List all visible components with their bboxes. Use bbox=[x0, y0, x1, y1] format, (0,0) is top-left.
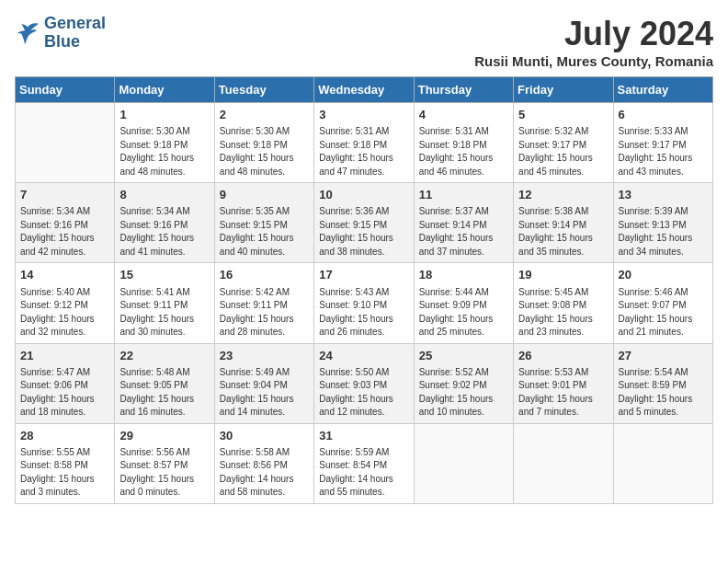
day-info: Sunrise: 5:34 AM Sunset: 9:16 PM Dayligh… bbox=[119, 205, 209, 259]
calendar-cell: 9Sunrise: 5:35 AM Sunset: 9:15 PM Daylig… bbox=[214, 183, 313, 263]
day-number: 22 bbox=[119, 348, 209, 364]
day-info: Sunrise: 5:54 AM Sunset: 8:59 PM Dayligh… bbox=[619, 366, 708, 419]
day-number: 19 bbox=[518, 267, 608, 283]
calendar-cell bbox=[613, 423, 712, 503]
day-info: Sunrise: 5:50 AM Sunset: 9:03 PM Dayligh… bbox=[319, 366, 408, 419]
page-header: General Blue July 2024 Rusii Munti, Mure… bbox=[15, 15, 713, 69]
day-info: Sunrise: 5:39 AM Sunset: 9:13 PM Dayligh… bbox=[619, 205, 708, 259]
day-info: Sunrise: 5:48 AM Sunset: 9:05 PM Dayligh… bbox=[119, 366, 209, 419]
calendar-cell: 22Sunrise: 5:48 AM Sunset: 9:05 PM Dayli… bbox=[115, 343, 214, 423]
day-number: 7 bbox=[20, 187, 109, 203]
calendar-cell: 11Sunrise: 5:37 AM Sunset: 9:14 PM Dayli… bbox=[414, 183, 513, 263]
month-year-title: July 2024 bbox=[474, 15, 713, 53]
calendar-cell: 3Sunrise: 5:31 AM Sunset: 9:18 PM Daylig… bbox=[314, 103, 414, 183]
logo-icon bbox=[15, 20, 40, 46]
weekday-header-saturday: Saturday bbox=[613, 77, 712, 103]
calendar-cell: 2Sunrise: 5:30 AM Sunset: 9:18 PM Daylig… bbox=[214, 103, 313, 183]
day-number: 21 bbox=[20, 348, 109, 364]
calendar-cell: 5Sunrise: 5:32 AM Sunset: 9:17 PM Daylig… bbox=[514, 103, 613, 183]
calendar-cell bbox=[16, 103, 115, 183]
day-info: Sunrise: 5:58 AM Sunset: 8:56 PM Dayligh… bbox=[220, 446, 309, 500]
day-number: 23 bbox=[220, 348, 309, 364]
calendar-week-row: 28Sunrise: 5:55 AM Sunset: 8:58 PM Dayli… bbox=[16, 423, 713, 503]
day-number: 30 bbox=[220, 428, 309, 444]
calendar-cell: 17Sunrise: 5:43 AM Sunset: 9:10 PM Dayli… bbox=[314, 263, 414, 343]
location-subtitle: Rusii Munti, Mures County, Romania bbox=[474, 53, 713, 69]
day-number: 4 bbox=[419, 107, 508, 123]
calendar-cell: 28Sunrise: 5:55 AM Sunset: 8:58 PM Dayli… bbox=[16, 423, 115, 503]
logo: General Blue bbox=[15, 15, 106, 52]
calendar-cell: 15Sunrise: 5:41 AM Sunset: 9:11 PM Dayli… bbox=[115, 263, 214, 343]
calendar-cell: 29Sunrise: 5:56 AM Sunset: 8:57 PM Dayli… bbox=[115, 423, 214, 503]
day-number: 29 bbox=[119, 428, 209, 444]
day-info: Sunrise: 5:37 AM Sunset: 9:14 PM Dayligh… bbox=[419, 205, 508, 259]
day-info: Sunrise: 5:35 AM Sunset: 9:15 PM Dayligh… bbox=[220, 205, 309, 259]
calendar-cell: 20Sunrise: 5:46 AM Sunset: 9:07 PM Dayli… bbox=[613, 263, 712, 343]
calendar-cell bbox=[514, 423, 613, 503]
calendar-week-row: 7Sunrise: 5:34 AM Sunset: 9:16 PM Daylig… bbox=[16, 183, 713, 263]
calendar-cell: 4Sunrise: 5:31 AM Sunset: 9:18 PM Daylig… bbox=[414, 103, 513, 183]
day-info: Sunrise: 5:53 AM Sunset: 9:01 PM Dayligh… bbox=[518, 366, 608, 419]
day-number: 24 bbox=[319, 348, 408, 364]
calendar-week-row: 21Sunrise: 5:47 AM Sunset: 9:06 PM Dayli… bbox=[16, 343, 713, 423]
calendar-cell: 12Sunrise: 5:38 AM Sunset: 9:14 PM Dayli… bbox=[514, 183, 613, 263]
calendar-cell: 13Sunrise: 5:39 AM Sunset: 9:13 PM Dayli… bbox=[613, 183, 712, 263]
day-number: 12 bbox=[518, 187, 608, 203]
day-info: Sunrise: 5:47 AM Sunset: 9:06 PM Dayligh… bbox=[20, 366, 109, 419]
weekday-header-sunday: Sunday bbox=[16, 77, 115, 103]
calendar-cell: 6Sunrise: 5:33 AM Sunset: 9:17 PM Daylig… bbox=[613, 103, 712, 183]
calendar-cell: 1Sunrise: 5:30 AM Sunset: 9:18 PM Daylig… bbox=[115, 103, 214, 183]
day-number: 2 bbox=[220, 107, 309, 123]
day-info: Sunrise: 5:31 AM Sunset: 9:18 PM Dayligh… bbox=[319, 125, 408, 178]
day-number: 15 bbox=[119, 267, 209, 283]
day-info: Sunrise: 5:45 AM Sunset: 9:08 PM Dayligh… bbox=[518, 286, 608, 339]
day-info: Sunrise: 5:30 AM Sunset: 9:18 PM Dayligh… bbox=[220, 125, 309, 178]
weekday-header-wednesday: Wednesday bbox=[314, 77, 414, 103]
calendar-week-row: 14Sunrise: 5:40 AM Sunset: 9:12 PM Dayli… bbox=[16, 263, 713, 343]
calendar-cell: 18Sunrise: 5:44 AM Sunset: 9:09 PM Dayli… bbox=[414, 263, 513, 343]
calendar-cell: 25Sunrise: 5:52 AM Sunset: 9:02 PM Dayli… bbox=[414, 343, 513, 423]
calendar-cell bbox=[414, 423, 513, 503]
day-number: 31 bbox=[319, 428, 408, 444]
day-number: 1 bbox=[119, 107, 209, 123]
day-info: Sunrise: 5:52 AM Sunset: 9:02 PM Dayligh… bbox=[419, 366, 508, 419]
weekday-header-tuesday: Tuesday bbox=[214, 77, 313, 103]
calendar-cell: 7Sunrise: 5:34 AM Sunset: 9:16 PM Daylig… bbox=[16, 183, 115, 263]
day-info: Sunrise: 5:33 AM Sunset: 9:17 PM Dayligh… bbox=[619, 125, 708, 178]
calendar-cell: 27Sunrise: 5:54 AM Sunset: 8:59 PM Dayli… bbox=[613, 343, 712, 423]
calendar-cell: 23Sunrise: 5:49 AM Sunset: 9:04 PM Dayli… bbox=[214, 343, 313, 423]
day-number: 8 bbox=[119, 187, 209, 203]
day-number: 5 bbox=[518, 107, 608, 123]
day-info: Sunrise: 5:49 AM Sunset: 9:04 PM Dayligh… bbox=[220, 366, 309, 419]
day-info: Sunrise: 5:59 AM Sunset: 8:54 PM Dayligh… bbox=[319, 446, 408, 500]
calendar-cell: 26Sunrise: 5:53 AM Sunset: 9:01 PM Dayli… bbox=[514, 343, 613, 423]
calendar-cell: 8Sunrise: 5:34 AM Sunset: 9:16 PM Daylig… bbox=[115, 183, 214, 263]
logo-text: General Blue bbox=[44, 15, 106, 52]
calendar-week-row: 1Sunrise: 5:30 AM Sunset: 9:18 PM Daylig… bbox=[16, 103, 713, 183]
weekday-header-monday: Monday bbox=[115, 77, 214, 103]
day-number: 20 bbox=[619, 267, 708, 283]
calendar-cell: 10Sunrise: 5:36 AM Sunset: 9:15 PM Dayli… bbox=[314, 183, 414, 263]
day-number: 3 bbox=[319, 107, 408, 123]
calendar-cell: 16Sunrise: 5:42 AM Sunset: 9:11 PM Dayli… bbox=[214, 263, 313, 343]
weekday-header-friday: Friday bbox=[514, 77, 613, 103]
day-info: Sunrise: 5:30 AM Sunset: 9:18 PM Dayligh… bbox=[119, 125, 209, 178]
day-info: Sunrise: 5:43 AM Sunset: 9:10 PM Dayligh… bbox=[319, 286, 408, 339]
day-number: 10 bbox=[319, 187, 408, 203]
day-number: 27 bbox=[619, 348, 708, 364]
day-number: 13 bbox=[619, 187, 708, 203]
day-number: 14 bbox=[20, 267, 109, 283]
day-number: 25 bbox=[419, 348, 508, 364]
calendar-cell: 21Sunrise: 5:47 AM Sunset: 9:06 PM Dayli… bbox=[16, 343, 115, 423]
day-info: Sunrise: 5:46 AM Sunset: 9:07 PM Dayligh… bbox=[619, 286, 708, 339]
weekday-header-thursday: Thursday bbox=[414, 77, 513, 103]
day-info: Sunrise: 5:55 AM Sunset: 8:58 PM Dayligh… bbox=[20, 446, 109, 500]
day-number: 18 bbox=[419, 267, 508, 283]
weekday-header-row: SundayMondayTuesdayWednesdayThursdayFrid… bbox=[16, 77, 713, 103]
day-number: 26 bbox=[518, 348, 608, 364]
day-number: 9 bbox=[220, 187, 309, 203]
calendar-cell: 19Sunrise: 5:45 AM Sunset: 9:08 PM Dayli… bbox=[514, 263, 613, 343]
day-info: Sunrise: 5:31 AM Sunset: 9:18 PM Dayligh… bbox=[419, 125, 508, 178]
day-number: 11 bbox=[419, 187, 508, 203]
day-info: Sunrise: 5:32 AM Sunset: 9:17 PM Dayligh… bbox=[518, 125, 608, 178]
